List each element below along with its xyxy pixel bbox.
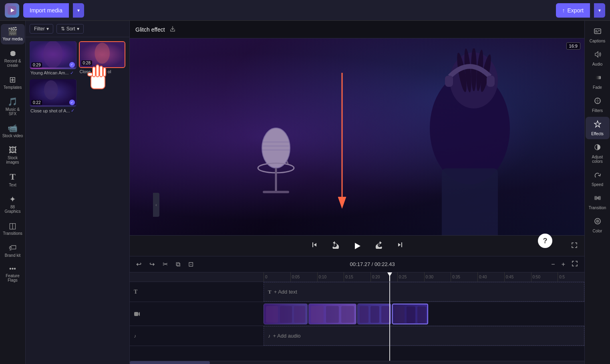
rewind-5s-button[interactable]: 5: [328, 238, 341, 253]
sidebar-item-text[interactable]: T Text: [1, 169, 25, 190]
sidebar-item-templates[interactable]: ⊞ Templates: [1, 72, 25, 93]
sidebar-item-graphics[interactable]: ✦ 88 Graphics: [1, 192, 25, 217]
sidebar-item-stock-video[interactable]: 📹 Stock video: [1, 121, 25, 141]
sidebar-item-transitions[interactable]: ◫ Transitions: [1, 218, 25, 239]
right-sidebar-adjust-colors[interactable]: Adjust colors: [586, 140, 610, 167]
ruler-mark-055: 0:5: [558, 272, 584, 282]
right-sidebar-captions[interactable]: Captions: [586, 24, 610, 46]
svg-rect-44: [311, 306, 324, 323]
help-button[interactable]: ?: [538, 234, 552, 248]
audio-icon: [594, 50, 602, 60]
svg-rect-31: [442, 168, 498, 235]
svg-rect-53: [407, 306, 415, 323]
undo-button[interactable]: ↩: [134, 259, 144, 270]
video-clip-3[interactable]: [357, 304, 391, 324]
sidebar-item-feature-flags[interactable]: ••• Feature Flags: [1, 262, 25, 286]
video-clip-2[interactable]: [308, 304, 356, 324]
audio-track-content[interactable]: ♪ + Add audio: [264, 326, 584, 346]
sidebar-item-stock-images[interactable]: 🖼 Stock images: [1, 143, 25, 168]
fit-to-window-button[interactable]: [569, 259, 580, 270]
effect-title: Glitch effect: [135, 26, 165, 33]
music-sfx-icon: 🎵: [8, 98, 18, 106]
sort-label: Sort: [66, 26, 75, 32]
ruler-mark-005: 0:05: [290, 272, 317, 282]
playhead-ruler-indicator: [389, 272, 390, 282]
video-frame: [130, 38, 584, 235]
adjust-colors-icon: [594, 143, 602, 153]
svg-rect-57: [598, 30, 600, 31]
video-preview: 16:9: [130, 38, 584, 235]
feature-flags-icon: •••: [9, 266, 16, 272]
media-panel: Filter ▾ ⇅ Sort ▾: [26, 21, 130, 364]
play-pause-button[interactable]: [349, 238, 365, 254]
scrollbar-thumb[interactable]: [130, 361, 210, 364]
right-sidebar-color[interactable]: Color: [586, 214, 610, 236]
svg-rect-55: [594, 29, 601, 34]
paste-button[interactable]: ⊡: [186, 259, 196, 270]
import-media-dropdown-button[interactable]: ▾: [73, 3, 84, 18]
sidebar-item-label-templates: Templates: [4, 85, 22, 90]
zoom-controls: − +: [549, 259, 580, 270]
record-create-icon: ⏺: [9, 49, 17, 57]
add-audio-button[interactable]: + Add audio: [273, 333, 301, 339]
filters-icon: [594, 97, 602, 107]
clip3-duration: 0:22: [31, 100, 42, 105]
filters-label: Filters: [592, 108, 603, 113]
svg-rect-50: [381, 306, 389, 323]
svg-rect-41: [280, 306, 292, 323]
save-to-cloud-icon[interactable]: [169, 25, 176, 34]
svg-rect-59: [594, 76, 601, 79]
media-panel-toolbar: Filter ▾ ⇅ Sort ▾: [26, 21, 129, 37]
timeline-scrollbar[interactable]: [130, 361, 584, 364]
right-sidebar-audio[interactable]: Audio: [586, 47, 610, 70]
left-sidebar: 🎬 Your media ⏺ Record & create ⊞ Templat…: [0, 21, 26, 364]
captions-icon: [594, 27, 602, 37]
cut-button[interactable]: ✂: [160, 259, 170, 270]
sidebar-item-label-your-media: Your media: [2, 37, 22, 41]
fullscreen-button[interactable]: [571, 242, 578, 250]
media-thumbnail-1[interactable]: 0:29 ✓: [30, 41, 77, 69]
skip-to-end-button[interactable]: [394, 239, 406, 253]
media-thumbnail-2[interactable]: 0:28: [79, 41, 126, 68]
right-sidebar-transition[interactable]: Transition: [586, 191, 610, 213]
sidebar-item-music-sfx[interactable]: 🎵 Music & SFX: [1, 94, 25, 119]
sort-button[interactable]: ⇅ Sort ▾: [56, 24, 84, 34]
import-media-button[interactable]: Import media: [23, 3, 69, 18]
filter-button[interactable]: Filter ▾: [30, 24, 53, 34]
right-sidebar-filters[interactable]: Filters: [586, 94, 610, 116]
export-label: Export: [568, 7, 584, 14]
video-track-content[interactable]: [264, 302, 584, 326]
right-sidebar-speed[interactable]: Speed: [586, 168, 610, 190]
time-display: 00:17.27 / 00:22.43: [199, 261, 546, 267]
ruler-mark-045: 0:45: [504, 272, 531, 282]
video-clip-1[interactable]: [264, 304, 308, 324]
right-sidebar-fade[interactable]: Fade: [586, 70, 610, 93]
audio-note-icon: ♪: [268, 333, 271, 339]
export-button[interactable]: ↑ Export: [556, 3, 590, 18]
add-text-button[interactable]: + Add text: [274, 289, 297, 295]
sidebar-item-record-create[interactable]: ⏺ Record & create: [1, 46, 25, 71]
video-clip-4-selected[interactable]: [392, 304, 428, 324]
svg-rect-49: [370, 306, 379, 323]
ruler-mark-015: 0:15: [344, 272, 370, 282]
zoom-in-button[interactable]: +: [559, 259, 568, 270]
ruler-mark-030: 0:30: [424, 272, 451, 282]
zoom-out-button[interactable]: −: [549, 259, 557, 270]
forward-5s-button[interactable]: 5: [373, 238, 386, 253]
media-thumbnail-3[interactable]: 0:22 ✓: [30, 79, 77, 107]
collapse-panel-button[interactable]: ‹: [153, 193, 159, 217]
sidebar-item-brand-kit[interactable]: 🏷 Brand kit: [1, 240, 25, 261]
export-dropdown-button[interactable]: ▾: [594, 3, 605, 18]
list-item: 0:29 ✓ Young African Am... ✓: [30, 41, 77, 77]
list-item: 0:28 Close up shot ol: [79, 41, 126, 77]
copy-button[interactable]: ⧉: [173, 259, 183, 270]
text-track-content[interactable]: T + Add text: [264, 282, 584, 302]
video-clips: [264, 304, 428, 324]
video-track-label: [130, 311, 264, 317]
sidebar-item-your-media[interactable]: 🎬 Your media: [1, 24, 25, 44]
skip-to-beginning-button[interactable]: [308, 239, 320, 253]
svg-marker-61: [594, 121, 601, 127]
redo-button[interactable]: ↪: [147, 259, 157, 270]
right-sidebar-effects[interactable]: Effects: [586, 117, 610, 139]
timeline-area: ↩ ↪ ✂ ⧉ ⊡ 00:17.27 / 00:22.43 − +: [130, 256, 584, 364]
